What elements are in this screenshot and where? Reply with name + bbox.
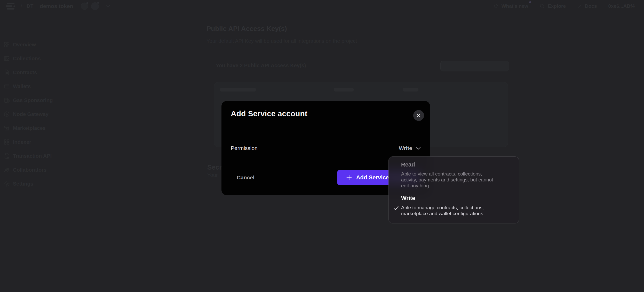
search-icon xyxy=(539,3,545,9)
app-screen: / DT demos token What's new Explore xyxy=(0,0,644,292)
whats-new-button[interactable]: What's new xyxy=(493,3,528,9)
page-action-button[interactable] xyxy=(440,61,509,71)
transaction-api-icon xyxy=(4,153,10,159)
docs-link[interactable]: Docs xyxy=(577,3,597,9)
notification-dot xyxy=(529,1,531,3)
wallet-address-button[interactable]: 0xe6...ABf4 xyxy=(608,3,635,9)
network-avatar-2[interactable] xyxy=(91,2,99,10)
sidebar-item-collaborators[interactable]: Collaborators xyxy=(4,165,46,175)
explore-button[interactable]: Explore xyxy=(539,3,566,9)
modal-title: Add Service account xyxy=(231,109,307,118)
sidebar-item-contracts[interactable]: Contracts xyxy=(4,67,37,78)
contracts-icon xyxy=(4,69,10,76)
sidebar-item-transaction-api[interactable]: Transaction API xyxy=(4,151,52,161)
page-subtitle: Your default API Key will be used for al… xyxy=(206,38,357,44)
chevron-down-icon xyxy=(416,147,421,150)
collections-icon xyxy=(4,55,10,62)
permission-value: Write xyxy=(399,145,412,151)
secret-keys-subtitle: Your xyxy=(207,172,218,178)
breadcrumb-separator: / xyxy=(21,3,22,9)
sidebar-item-marketplaces[interactable]: Marketplaces xyxy=(4,123,46,133)
sidebar-item-node-gateway[interactable]: Node Gateway xyxy=(4,109,49,119)
settings-icon xyxy=(4,181,10,187)
page-title: Public API Access Key(s) xyxy=(206,25,287,33)
table-row-placeholder xyxy=(403,88,418,91)
org-badge[interactable]: DT xyxy=(27,3,34,9)
collaborators-icon xyxy=(4,167,10,173)
project-name[interactable]: demos token xyxy=(40,3,73,9)
marketplaces-icon xyxy=(4,125,10,131)
permission-dropdown-menu: Read Able to view all contracts, collect… xyxy=(388,156,519,223)
network-avatar-1[interactable] xyxy=(81,3,88,10)
sidebar-item-settings[interactable]: Settings xyxy=(4,179,33,189)
sidebar-item-collections[interactable]: Collections xyxy=(4,53,41,64)
permission-label: Permission xyxy=(231,145,258,151)
close-icon xyxy=(416,113,421,118)
top-bar-left: / DT demos token xyxy=(6,0,110,12)
network-avatars xyxy=(81,2,99,10)
cancel-button[interactable]: Cancel xyxy=(237,174,255,181)
plus-icon xyxy=(346,174,353,181)
sidebar-item-wallets[interactable]: Wallets xyxy=(4,81,31,91)
permission-dropdown-trigger[interactable]: Write xyxy=(387,144,421,153)
option-name: Read xyxy=(401,161,415,168)
node-gateway-icon xyxy=(4,111,10,117)
check-icon xyxy=(393,205,399,211)
sequence-logo-icon[interactable] xyxy=(6,3,16,10)
sidebar-item-gas-sponsoring[interactable]: Gas Sponsoring xyxy=(4,95,53,105)
api-keys-summary: You have 2 Public API Access Key(s) xyxy=(216,63,306,69)
sidebar-item-indexer[interactable]: Indexer xyxy=(4,137,31,147)
option-name: Write xyxy=(401,195,415,202)
chevron-down-icon[interactable] xyxy=(106,5,110,7)
top-bar: / DT demos token What's new Explore xyxy=(0,0,644,12)
wallets-icon xyxy=(4,83,10,89)
table-row-placeholder xyxy=(334,88,354,91)
indexer-icon xyxy=(4,139,10,145)
gas-sponsoring-icon xyxy=(4,97,10,103)
sidebar-item-overview[interactable]: Overview xyxy=(4,39,36,50)
option-description: Able to manage contracts, collections, m… xyxy=(401,205,497,216)
option-description: Able to view all contracts, collections,… xyxy=(401,171,497,189)
close-button[interactable] xyxy=(413,110,424,121)
table-row-placeholder xyxy=(220,88,256,91)
megaphone-icon xyxy=(493,3,499,9)
overview-icon xyxy=(4,41,10,48)
top-bar-right: What's new Explore Docs 0xe6...ABf4 xyxy=(493,0,635,12)
external-link-icon xyxy=(577,4,582,9)
